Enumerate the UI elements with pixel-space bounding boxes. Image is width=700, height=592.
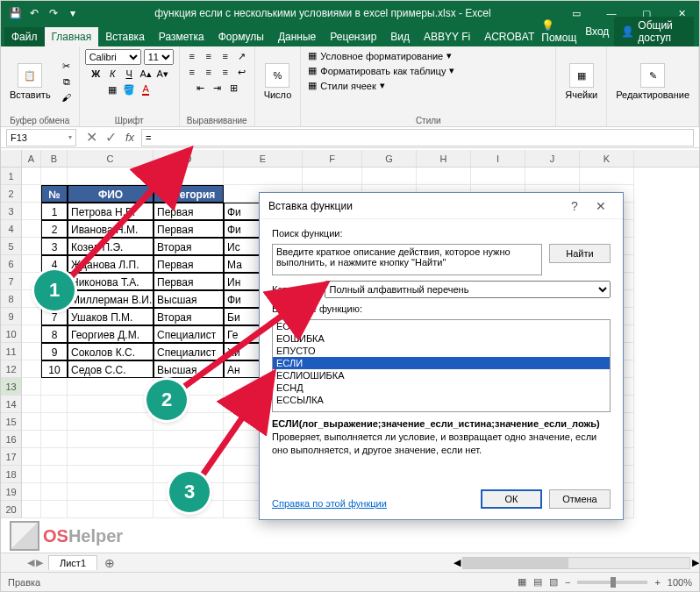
row-header[interactable]: 11 xyxy=(1,343,22,360)
hscroll-left-icon[interactable]: ◀ xyxy=(454,557,461,568)
cell[interactable] xyxy=(154,431,224,448)
align-middle-icon[interactable]: ≡ xyxy=(202,49,216,63)
function-item[interactable]: ЕПУСТО xyxy=(273,345,610,357)
font-size-select[interactable]: 11 xyxy=(144,49,174,65)
cell[interactable]: Никонова Т.А. xyxy=(68,273,154,290)
cells-button[interactable]: ▦ Ячейки xyxy=(561,61,601,102)
cut-icon[interactable]: ✂ xyxy=(60,59,74,73)
cell[interactable]: № xyxy=(41,185,68,203)
sheet-nav-next-icon[interactable]: ▶ xyxy=(36,557,43,568)
tab-abbyy fi[interactable]: ABBYY Fi xyxy=(417,27,477,46)
cell[interactable] xyxy=(22,360,41,378)
sheet-nav-prev-icon[interactable]: ◀ xyxy=(27,557,34,568)
number-button[interactable]: % Число xyxy=(261,61,296,102)
cell[interactable] xyxy=(68,168,154,185)
cell[interactable] xyxy=(525,168,580,185)
row-header[interactable]: 6 xyxy=(1,255,22,273)
row-header[interactable]: 12 xyxy=(1,360,22,378)
col-header[interactable]: D xyxy=(154,150,224,167)
row-header[interactable]: 13 xyxy=(1,378,22,396)
cell[interactable] xyxy=(22,308,41,325)
cell[interactable] xyxy=(22,185,41,203)
cell[interactable] xyxy=(22,325,41,343)
cell[interactable]: ФИО xyxy=(68,185,154,203)
insert-function-icon[interactable]: fx xyxy=(120,128,139,147)
cell[interactable] xyxy=(417,168,471,185)
cell[interactable] xyxy=(41,168,68,185)
cell[interactable] xyxy=(22,413,41,431)
cell[interactable]: Вторая xyxy=(154,308,224,325)
zoom-in-icon[interactable]: + xyxy=(654,577,660,588)
cell[interactable] xyxy=(22,238,41,255)
cell[interactable] xyxy=(22,448,41,466)
tab-acrobat[interactable]: ACROBAT xyxy=(477,27,541,46)
cell[interactable]: Вторая xyxy=(154,238,224,255)
help-link[interactable]: Справка по этой функции xyxy=(272,498,387,509)
cell[interactable] xyxy=(41,448,68,466)
cell[interactable] xyxy=(154,448,224,466)
cell[interactable]: Специалист xyxy=(154,325,224,343)
dialog-close-icon[interactable]: ✕ xyxy=(588,199,614,213)
row-header[interactable]: 7 xyxy=(1,273,22,290)
formula-input[interactable]: = xyxy=(141,129,694,146)
tab-вставка[interactable]: Вставка xyxy=(98,27,152,46)
tab-вид[interactable]: Вид xyxy=(383,27,417,46)
cell[interactable] xyxy=(22,168,41,185)
cell[interactable] xyxy=(22,483,41,501)
merge-icon[interactable]: ⊞ xyxy=(226,81,240,95)
function-item[interactable]: ЕОШИБКА xyxy=(273,332,610,345)
tab-рецензир[interactable]: Рецензир xyxy=(323,27,383,46)
tab-данные[interactable]: Данные xyxy=(271,27,323,46)
row-header[interactable]: 18 xyxy=(1,466,22,483)
cell[interactable] xyxy=(68,378,154,396)
font-color-icon[interactable]: A xyxy=(139,82,153,96)
cell[interactable] xyxy=(68,413,154,431)
cell[interactable]: Иванова Н.М. xyxy=(68,220,154,238)
cell[interactable]: Высшая xyxy=(154,360,224,378)
cell[interactable]: Ушаков П.М. xyxy=(68,308,154,325)
format-as-table-button[interactable]: ▦ Форматировать как таблицу ▾ xyxy=(306,64,456,77)
tab-разметка[interactable]: Разметка xyxy=(152,27,211,46)
name-box[interactable]: F13▾ xyxy=(6,129,76,146)
save-icon[interactable]: 💾 xyxy=(6,4,24,22)
cell[interactable] xyxy=(22,255,41,273)
shrink-font-icon[interactable]: A▾ xyxy=(155,67,169,81)
share-button[interactable]: 👤 Общий доступ xyxy=(614,17,694,46)
cell[interactable]: 10 xyxy=(41,360,68,378)
increase-indent-icon[interactable]: ⇥ xyxy=(210,81,224,95)
view-normal-icon[interactable]: ▦ xyxy=(518,576,526,588)
cell[interactable] xyxy=(303,168,362,185)
cell[interactable]: Специалист xyxy=(154,343,224,360)
orientation-icon[interactable]: ↗ xyxy=(235,49,249,63)
grow-font-icon[interactable]: A▴ xyxy=(139,67,153,81)
cell[interactable] xyxy=(22,466,41,483)
cell[interactable]: Жданова Л.П. xyxy=(68,255,154,273)
cell[interactable] xyxy=(22,343,41,360)
cell[interactable]: 8 xyxy=(41,325,68,343)
align-top-icon[interactable]: ≡ xyxy=(185,49,199,63)
copy-icon[interactable]: ⧉ xyxy=(60,75,74,89)
font-name-select[interactable]: Calibri xyxy=(85,49,141,65)
col-header[interactable]: F xyxy=(303,150,362,167)
row-header[interactable]: 20 xyxy=(1,501,22,518)
select-all-corner[interactable] xyxy=(1,150,22,167)
cell[interactable] xyxy=(22,431,41,448)
zoom-slider[interactable] xyxy=(577,581,647,584)
tab-формулы[interactable]: Формулы xyxy=(211,27,271,46)
cell[interactable]: Соколов К.С. xyxy=(68,343,154,360)
row-header[interactable]: 2 xyxy=(1,185,22,203)
row-header[interactable]: 1 xyxy=(1,168,22,185)
view-break-icon[interactable]: ▧ xyxy=(549,576,558,588)
paste-button[interactable]: 📋 Вставить xyxy=(6,61,54,102)
wrap-text-icon[interactable]: ↩ xyxy=(235,65,249,79)
cell[interactable] xyxy=(68,483,154,501)
function-item[interactable]: ЕСЛИОШИБКА xyxy=(273,369,610,382)
function-item[interactable]: ЕОШ xyxy=(273,320,610,332)
sheet-tab[interactable]: Лист1 xyxy=(48,555,97,570)
cell[interactable] xyxy=(68,466,154,483)
enter-formula-icon[interactable]: ✓ xyxy=(101,128,120,147)
category-select[interactable]: Полный алфавитный перечень xyxy=(325,281,611,298)
decrease-indent-icon[interactable]: ⇤ xyxy=(193,81,207,95)
hscroll-bar[interactable] xyxy=(462,557,690,569)
cell[interactable]: Высшая xyxy=(154,290,224,308)
